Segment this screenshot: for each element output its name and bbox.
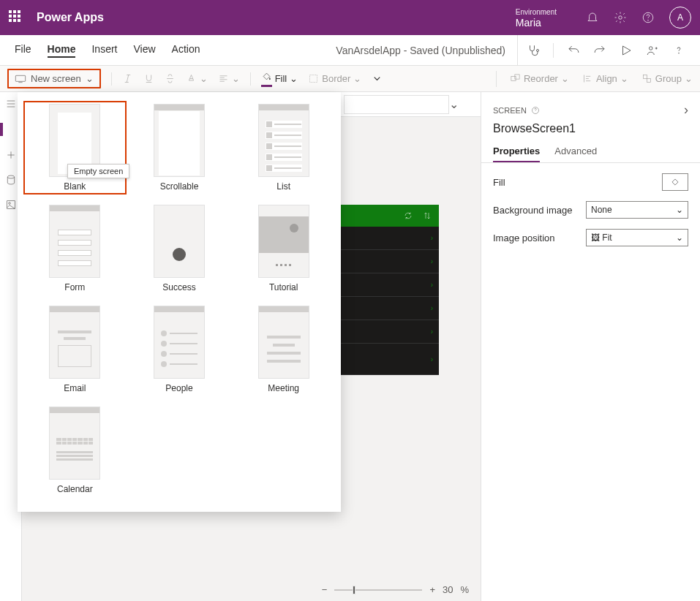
prop-pos-control[interactable]: 🖼 Fit⌄ — [586, 229, 688, 246]
formula-expand-icon[interactable]: ⌄ — [449, 97, 459, 111]
zoom-in-icon[interactable]: + — [429, 584, 435, 595]
gallery-label: People — [165, 383, 192, 393]
formula-input[interactable] — [344, 95, 449, 114]
zoom-control[interactable]: − + 30 % — [322, 584, 469, 595]
undo-icon[interactable] — [567, 44, 580, 57]
new-screen-label: New screen — [31, 73, 81, 84]
media-icon[interactable] — [5, 199, 17, 211]
rail-indicator — [0, 123, 3, 136]
redo-icon[interactable] — [593, 44, 606, 57]
zoom-suffix: % — [460, 584, 469, 595]
insert-icon[interactable] — [5, 149, 17, 161]
gallery-label: Meeting — [268, 383, 299, 393]
group-label: Group — [655, 73, 682, 84]
zoom-slider[interactable] — [334, 589, 422, 591]
underline-button[interactable] — [143, 73, 154, 84]
menu-action[interactable]: Action — [172, 43, 200, 58]
svg-point-4 — [537, 49, 539, 51]
gallery-people[interactable]: People — [131, 306, 228, 393]
align-label: Align — [596, 73, 617, 84]
group-button[interactable]: Group⌄ — [641, 73, 693, 84]
gallery-form[interactable]: Form — [26, 205, 124, 292]
help-menu-icon[interactable] — [672, 44, 685, 57]
tree-icon[interactable] — [5, 98, 17, 110]
properties-panel: SCREEN › BrowseScreen1 Properties Advanc… — [481, 92, 700, 601]
fill-button[interactable]: Fill⌄ — [261, 71, 298, 87]
tooltip: Empty screen — [67, 164, 129, 178]
font-color-button[interactable]: ⌄ — [186, 73, 208, 84]
menu-insert[interactable]: Insert — [91, 43, 117, 58]
fill-label: Fill — [275, 73, 287, 84]
align-button[interactable]: ⌄ — [218, 73, 240, 84]
gallery-calendar[interactable]: Calendar — [26, 407, 124, 494]
svg-point-15 — [8, 203, 10, 205]
env-name: Maria — [516, 18, 557, 28]
toolbar: New screen ⌄ ⌄ ⌄ Fill⌄ Border⌄ Reorder⌄ … — [0, 66, 700, 92]
gallery-success[interactable]: Success — [131, 205, 228, 292]
prop-fill-control[interactable] — [662, 173, 688, 191]
gallery-email[interactable]: Email — [26, 306, 124, 393]
gallery-label: List — [276, 181, 290, 192]
gallery-scrollable[interactable]: Scrollable — [131, 104, 228, 192]
svg-point-13 — [7, 175, 14, 178]
gallery-label: Form — [64, 282, 85, 292]
gallery-label: Success — [162, 282, 195, 292]
prop-bg-label: Background image — [493, 205, 572, 216]
gallery-label: Email — [64, 383, 86, 393]
info-icon[interactable] — [531, 106, 540, 115]
prop-pos-label: Image position — [493, 233, 555, 243]
avatar[interactable]: A — [669, 7, 691, 29]
prop-bg-control[interactable]: None⌄ — [586, 201, 688, 219]
strikethrough-button[interactable] — [165, 73, 176, 84]
environment-picker[interactable]: Environment Maria — [510, 7, 557, 28]
stethoscope-icon[interactable] — [527, 44, 540, 57]
panel-collapse-icon[interactable]: › — [684, 102, 688, 118]
tab-properties[interactable]: Properties — [493, 141, 540, 162]
gallery-tutorial[interactable]: Tutorial — [235, 205, 332, 292]
prop-fill-label: Fill — [493, 177, 505, 188]
help-icon[interactable] — [641, 11, 655, 24]
reorder-button[interactable]: Reorder⌄ — [510, 73, 569, 84]
zoom-out-icon[interactable]: − — [322, 584, 328, 595]
svg-point-3 — [648, 20, 649, 20]
menu-home[interactable]: Home — [48, 43, 76, 58]
align-objects-button[interactable]: Align⌄ — [582, 73, 628, 84]
app-header: Power Apps Environment Maria A — [0, 0, 700, 35]
waffle-icon[interactable] — [9, 10, 23, 25]
menu-view[interactable]: View — [133, 43, 155, 58]
gallery-label: Calendar — [57, 484, 93, 494]
svg-rect-8 — [310, 75, 317, 83]
chevron-down-icon: ⌄ — [86, 73, 94, 84]
new-screen-button[interactable]: New screen ⌄ — [7, 69, 101, 88]
more-button[interactable] — [372, 73, 383, 84]
border-label: Border — [322, 73, 350, 84]
menu-bar: File Home Insert View Action VanArsdelAp… — [0, 35, 700, 66]
svg-rect-12 — [647, 79, 650, 83]
reorder-label: Reorder — [524, 73, 558, 84]
refresh-icon[interactable] — [404, 211, 413, 220]
screen-label: SCREEN — [493, 106, 527, 115]
gallery-label: Tutorial — [269, 282, 298, 292]
border-button[interactable]: Border⌄ — [308, 73, 361, 84]
play-icon[interactable] — [620, 44, 633, 57]
svg-rect-7 — [15, 75, 25, 81]
gallery-list[interactable]: List — [235, 104, 332, 192]
svg-rect-11 — [643, 75, 647, 79]
svg-point-1 — [619, 16, 622, 20]
menu-file[interactable]: File — [15, 43, 31, 58]
svg-point-6 — [679, 53, 680, 53]
gear-icon[interactable] — [614, 11, 627, 24]
tab-advanced[interactable]: Advanced — [554, 141, 597, 162]
svg-point-5 — [650, 46, 653, 50]
bell-icon[interactable] — [586, 11, 599, 24]
zoom-value: 30 — [443, 584, 453, 595]
sort-icon[interactable] — [423, 211, 432, 220]
gallery-meeting[interactable]: Meeting — [235, 306, 332, 393]
new-screen-gallery: Empty screen Blank Scrollable List Form … — [18, 92, 341, 512]
share-icon[interactable] — [646, 44, 659, 57]
italic-button[interactable] — [122, 73, 133, 84]
screen-name: BrowseScreen1 — [481, 122, 700, 141]
data-icon[interactable] — [5, 174, 17, 186]
gallery-blank[interactable]: Empty screen Blank — [26, 104, 124, 192]
gallery-label: Scrollable — [160, 181, 199, 192]
